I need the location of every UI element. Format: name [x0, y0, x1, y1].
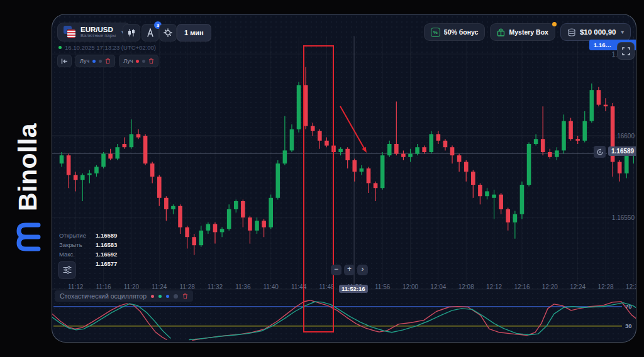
balance-amount: $10 000,90: [580, 28, 616, 36]
gear-icon: [164, 28, 172, 37]
oscillator-chip[interactable]: Стохастический осциллятор: [55, 290, 193, 302]
mystery-box-label: Mystery Box: [509, 28, 548, 36]
bonus-button[interactable]: % 50% бонус: [424, 23, 486, 41]
balance-selector[interactable]: $10 000,90 ▾: [560, 23, 631, 41]
ray-label: Луч: [80, 58, 89, 64]
currency-pair-flag-icon: [64, 26, 76, 38]
chart-datetime-row: 16.10.2025 17:13:23 (UTC+02:00): [58, 44, 156, 51]
ohlc-label: Закрыть: [59, 240, 96, 250]
candlestick-icon: [127, 28, 136, 37]
go-to-realtime-button[interactable]: ›: [357, 265, 368, 275]
sliders-icon: [63, 266, 72, 274]
oscillator-title: Стохастический осциллятор: [60, 292, 147, 300]
ray-style-dot[interactable]: [142, 60, 145, 63]
chart-datetime: 16.10.2025 17:13:23 (UTC+02:00): [65, 44, 156, 51]
chart-settings-button[interactable]: [58, 261, 76, 279]
svg-text:30: 30: [625, 322, 632, 329]
ohlc-label: Макс.: [59, 250, 96, 259]
oscillator-color-d-dot[interactable]: [158, 295, 162, 298]
timeframe-button[interactable]: 1 мин: [177, 24, 211, 41]
fullscreen-icon: [622, 47, 630, 55]
alerts-button[interactable]: [159, 24, 177, 41]
follow-price-icon: [596, 148, 604, 156]
visibility-icon[interactable]: [174, 294, 178, 299]
ohlc-label: Открытие: [59, 231, 96, 240]
chevron-down-icon: ▾: [621, 29, 624, 35]
ray-chip-blue[interactable]: Луч: [75, 55, 115, 67]
drawing-compass-icon: [146, 28, 155, 37]
ray-label: Луч: [123, 58, 133, 64]
trash-icon[interactable]: [105, 58, 111, 64]
chart-type-button[interactable]: [123, 24, 140, 41]
follow-price-button[interactable]: [594, 146, 606, 158]
trash-icon[interactable]: [182, 293, 188, 299]
ray-chip-red[interactable]: Луч: [119, 55, 158, 67]
bonus-label: 50% бонус: [444, 28, 479, 36]
trash-icon[interactable]: [148, 58, 154, 64]
asset-selector[interactable]: EUR/USD Валютные пары ▾: [57, 23, 131, 41]
brand-name: Binolla: [13, 123, 43, 211]
zoom-out-button[interactable]: −: [331, 265, 341, 275]
connection-status-dot: [58, 46, 62, 49]
ohlc-value: 1.16589: [96, 231, 117, 240]
ray-style-dot[interactable]: [99, 60, 102, 63]
gift-icon: [497, 28, 505, 36]
current-price-badge: 1.16589: [608, 146, 636, 156]
drawing-tools-button[interactable]: 3: [142, 24, 159, 41]
binolla-logo-icon: [13, 222, 42, 254]
oscillator-color-k-dot[interactable]: [151, 295, 154, 298]
ohlc-value: 1.16577: [96, 259, 117, 268]
ray-color-dot[interactable]: [136, 60, 139, 63]
collapse-drawings-button[interactable]: [57, 55, 72, 67]
ohlc-value: 1.16592: [96, 250, 117, 259]
asset-category: Валютные пары: [80, 33, 116, 38]
svg-text:1.16600: 1.16600: [612, 133, 635, 140]
notification-dot: [552, 22, 557, 26]
annotation-arrow: [340, 106, 365, 151]
zoom-in-button[interactable]: +: [344, 265, 355, 275]
ohlc-value: 1.16583: [96, 240, 117, 250]
current-time-badge: 11:52:16: [339, 285, 368, 293]
coins-icon: [567, 28, 576, 36]
brand-binolla: Binolla: [9, 47, 47, 254]
trading-app-window: 11:1211:1611:2011:2411:2811:3211:3611:40…: [52, 14, 636, 343]
oscillator-color-level-dot[interactable]: [166, 295, 169, 298]
svg-text:1.16550: 1.16550: [612, 214, 635, 221]
bonus-icon: %: [431, 28, 440, 37]
fullscreen-button[interactable]: [617, 42, 635, 60]
skip-to-start-icon: [61, 58, 68, 64]
mystery-box-button[interactable]: Mystery Box: [490, 23, 555, 41]
ray-color-dot[interactable]: [92, 60, 96, 63]
